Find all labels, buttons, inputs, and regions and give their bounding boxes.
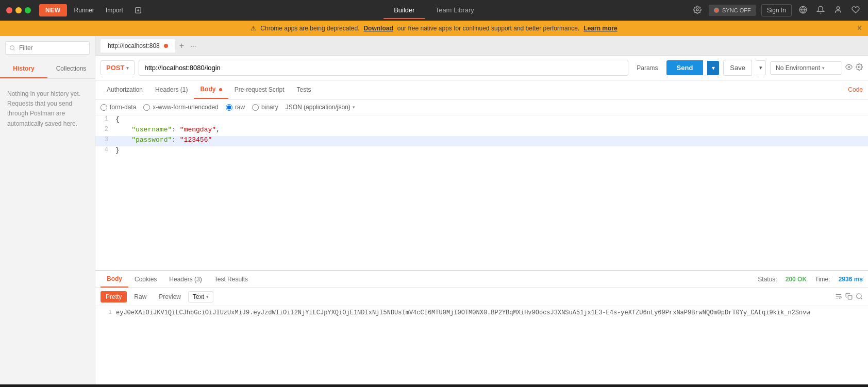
tab-body[interactable]: Body: [194, 80, 228, 99]
binary-radio[interactable]: [252, 104, 259, 111]
svg-point-6: [858, 66, 860, 68]
preview-button[interactable]: Preview: [154, 291, 186, 302]
body-options-row: form-data x-www-form-urlencoded raw bina…: [95, 99, 868, 115]
banner-text2: our free native apps for continued suppo…: [397, 25, 580, 32]
code-line-4: 4 }: [95, 146, 868, 157]
banner-close-button[interactable]: ×: [857, 24, 862, 33]
svg-rect-9: [848, 295, 852, 299]
env-eye-button[interactable]: [845, 63, 853, 72]
text-format-dropdown[interactable]: Text ▾: [188, 291, 213, 302]
request-panel-tabs: Authorization Headers (1) Body Pre-reque…: [95, 80, 868, 99]
env-chevron-icon: ▾: [822, 65, 825, 71]
x-www-radio[interactable]: [143, 104, 150, 111]
x-www-option[interactable]: x-www-form-urlencoded: [143, 104, 218, 111]
banner-text: Chrome apps are being deprecated.: [260, 25, 359, 32]
pretty-button[interactable]: Pretty: [101, 291, 127, 302]
banner-learn-more-link[interactable]: Learn more: [583, 25, 617, 32]
globe-icon-btn[interactable]: [797, 4, 809, 18]
text-chevron-icon: ▾: [206, 294, 209, 299]
more-request-tabs-button[interactable]: ···: [188, 42, 198, 50]
raw-option[interactable]: raw: [226, 104, 245, 111]
sync-dot: [714, 8, 719, 13]
environment-select[interactable]: No Environment ▾: [770, 61, 842, 75]
tab-builder[interactable]: Builder: [383, 2, 425, 19]
tab-pre-request[interactable]: Pre-request Script: [228, 81, 291, 98]
resp-tab-cookies[interactable]: Cookies: [128, 272, 163, 287]
json-type-dropdown[interactable]: JSON (application/json) ▾: [286, 104, 355, 111]
params-button[interactable]: Params: [632, 61, 662, 75]
tab-headers[interactable]: Headers (1): [149, 81, 194, 98]
response-status-info: Status: 200 OK Time: 2936 ms: [758, 276, 863, 283]
word-wrap-button[interactable]: [835, 293, 842, 301]
copy-button[interactable]: [845, 293, 853, 301]
tab-authorization[interactable]: Authorization: [101, 81, 149, 98]
response-tabs-row: Body Cookies Headers (3) Test Results St…: [95, 271, 868, 288]
send-button[interactable]: Send: [666, 60, 704, 75]
code-line-2: 2 "username": "mengday",: [95, 126, 868, 136]
method-select[interactable]: POST ▾: [101, 60, 135, 75]
deprecation-banner: ⚠ Chrome apps are being deprecated. Down…: [0, 21, 868, 36]
search-response-button[interactable]: [856, 293, 863, 301]
maximize-button[interactable]: [25, 7, 31, 13]
minimize-button[interactable]: [15, 7, 22, 13]
resp-tab-test-results[interactable]: Test Results: [208, 272, 254, 287]
new-button[interactable]: NEW: [39, 4, 67, 16]
tab-team-library[interactable]: Team Library: [425, 2, 485, 19]
copy-icon: [845, 293, 853, 300]
tab-collections[interactable]: Collections: [47, 60, 95, 78]
settings-icon-btn[interactable]: [691, 4, 704, 18]
titlebar-nav: NEW Runner Import: [39, 4, 691, 16]
raw-radio[interactable]: [226, 104, 232, 111]
sign-in-button[interactable]: Sign In: [761, 4, 792, 16]
tab-tests[interactable]: Tests: [290, 81, 317, 98]
bell-icon-btn[interactable]: [814, 4, 827, 18]
raw-button[interactable]: Raw: [129, 291, 152, 302]
sidebar-empty-message: Nothing in your history yet. Requests th…: [0, 79, 95, 139]
code-editor[interactable]: 1 { 2 "username": "mengday", 3 "password…: [95, 115, 868, 270]
response-action-icons: [835, 293, 863, 301]
send-dropdown-button[interactable]: ▾: [707, 61, 719, 75]
heart-icon-btn[interactable]: [849, 4, 862, 18]
code-link[interactable]: Code: [848, 86, 863, 93]
titlebar: NEW Runner Import Builder Team Library S…: [0, 0, 868, 21]
time-label: Time:: [815, 276, 830, 283]
add-request-tab-button[interactable]: +: [177, 41, 186, 51]
body-tab-dot: [219, 88, 222, 91]
settings-icon: [693, 6, 702, 14]
response-content: 1 eyJ0eXAiOiJKV1QiLCJhbGciOiJIUzUxMiJ9.e…: [95, 306, 868, 342]
form-data-option[interactable]: form-data: [101, 104, 136, 111]
content-area: http://localhost:808 + ··· POST ▾ Params…: [95, 36, 868, 384]
sync-off-button[interactable]: SYNC OFF: [709, 5, 756, 16]
time-value: 2936 ms: [839, 276, 863, 283]
environment-bar: No Environment ▾: [770, 61, 863, 75]
resp-tab-headers[interactable]: Headers (3): [163, 272, 208, 287]
close-button[interactable]: [6, 7, 12, 13]
form-data-radio[interactable]: [101, 104, 107, 111]
runner-button[interactable]: Runner: [70, 5, 98, 16]
save-button[interactable]: Save: [723, 60, 752, 76]
resp-tab-body[interactable]: Body: [101, 271, 128, 288]
binary-option[interactable]: binary: [252, 104, 278, 111]
env-gear-icon: [856, 63, 863, 71]
titlebar-center-tabs: Builder Team Library: [383, 2, 485, 19]
send-chevron-icon: ▾: [712, 64, 715, 72]
heart-icon: [852, 6, 860, 14]
import-button[interactable]: Import: [102, 5, 127, 16]
env-settings-button[interactable]: [856, 63, 863, 72]
request-tab-active[interactable]: http://localhost:808: [101, 39, 175, 53]
request-tab-url: http://localhost:808: [108, 42, 160, 49]
eye-icon: [845, 63, 853, 71]
banner-download-link[interactable]: Download: [363, 25, 393, 32]
save-chevron-icon: ▾: [759, 64, 762, 71]
tab-history[interactable]: History: [0, 60, 47, 78]
request-tabs-bar: http://localhost:808 + ···: [95, 36, 868, 56]
search-input[interactable]: [5, 41, 90, 55]
save-dropdown-button[interactable]: ▾: [756, 60, 766, 75]
url-input[interactable]: [139, 60, 628, 76]
request-tab-dot: [164, 44, 168, 48]
status-value: 200 OK: [786, 276, 807, 283]
sidebar: History Collections Nothing in your hist…: [0, 36, 95, 384]
new-tab-button[interactable]: [130, 5, 146, 16]
new-window-icon: [135, 7, 142, 14]
user-icon-btn[interactable]: [832, 4, 844, 18]
